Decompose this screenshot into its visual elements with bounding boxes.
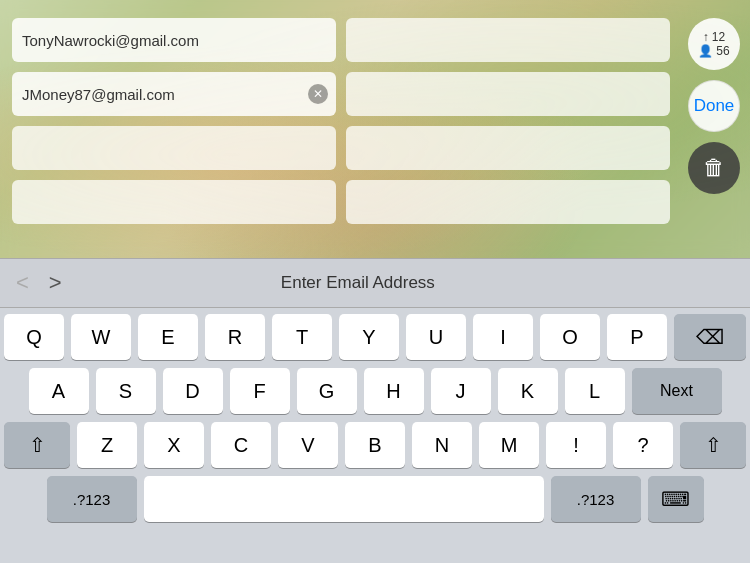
email-field-1-value: TonyNawrocki@gmail.com <box>22 32 199 49</box>
key-z[interactable]: Z <box>77 422 137 468</box>
key-question[interactable]: ? <box>613 422 673 468</box>
key-s[interactable]: S <box>96 368 156 414</box>
key-y[interactable]: Y <box>339 314 399 360</box>
forward-arrow[interactable]: > <box>49 270 62 296</box>
key-c[interactable]: C <box>211 422 271 468</box>
key-excl[interactable]: ! <box>546 422 606 468</box>
key-a[interactable]: A <box>29 368 89 414</box>
key-n[interactable]: N <box>412 422 472 468</box>
next-key[interactable]: Next <box>632 368 722 414</box>
key-r[interactable]: R <box>205 314 265 360</box>
email-field-1[interactable]: TonyNawrocki@gmail.com <box>12 18 336 62</box>
nav-arrows: < > <box>16 270 62 296</box>
key-l[interactable]: L <box>565 368 625 414</box>
key-m[interactable]: M <box>479 422 539 468</box>
people-count: 56 <box>716 44 729 58</box>
key-b[interactable]: B <box>345 422 405 468</box>
form-background: TonyNawrocki@gmail.com JMoney87@gmail.co… <box>0 0 750 258</box>
people-count-row: 👤 56 <box>698 44 729 58</box>
key-g[interactable]: G <box>297 368 357 414</box>
trash-button[interactable]: 🗑 <box>688 142 740 194</box>
keyboard-section: < > Enter Email Address Q W E R T Y U I … <box>0 258 750 563</box>
done-button[interactable]: Done <box>688 80 740 132</box>
shift-right-key[interactable]: ⇧ <box>680 422 746 468</box>
counter-badge: ↑ 12 👤 56 <box>688 18 740 70</box>
key-e[interactable]: E <box>138 314 198 360</box>
key-k[interactable]: K <box>498 368 558 414</box>
key-w[interactable]: W <box>71 314 131 360</box>
key-row-2: A S D F G H J K L Next <box>4 368 746 414</box>
email-field-2[interactable]: JMoney87@gmail.com ✕ <box>12 72 336 116</box>
key-row-4: .?123 .?123 ⌨ <box>4 476 746 522</box>
keyboard-rows: Q W E R T Y U I O P ⌫ A S D F G H J K L … <box>0 308 750 522</box>
toolbar-title: Enter Email Address <box>62 273 654 293</box>
numbers-left-key[interactable]: .?123 <box>47 476 137 522</box>
side-buttons: ↑ 12 👤 56 Done 🗑 <box>688 18 740 194</box>
done-label: Done <box>694 96 735 116</box>
key-v[interactable]: V <box>278 422 338 468</box>
numbers-right-key[interactable]: .?123 <box>551 476 641 522</box>
key-j[interactable]: J <box>431 368 491 414</box>
upload-icon: ↑ <box>703 30 709 44</box>
upload-count: 12 <box>712 30 725 44</box>
key-i[interactable]: I <box>473 314 533 360</box>
field-1b[interactable] <box>346 18 670 62</box>
field-3b[interactable] <box>346 126 670 170</box>
key-x[interactable]: X <box>144 422 204 468</box>
keyboard-icon-key[interactable]: ⌨ <box>648 476 704 522</box>
key-d[interactable]: D <box>163 368 223 414</box>
key-p[interactable]: P <box>607 314 667 360</box>
keyboard-toolbar: < > Enter Email Address <box>0 258 750 308</box>
email-field-2-value: JMoney87@gmail.com <box>22 86 175 103</box>
key-t[interactable]: T <box>272 314 332 360</box>
clear-button[interactable]: ✕ <box>308 84 328 104</box>
key-f[interactable]: F <box>230 368 290 414</box>
key-row-1: Q W E R T Y U I O P ⌫ <box>4 314 746 360</box>
back-arrow[interactable]: < <box>16 270 29 296</box>
field-2b[interactable] <box>346 72 670 116</box>
people-icon: 👤 <box>698 44 713 58</box>
key-u[interactable]: U <box>406 314 466 360</box>
key-q[interactable]: Q <box>4 314 64 360</box>
field-4b[interactable] <box>346 180 670 224</box>
key-o[interactable]: O <box>540 314 600 360</box>
shift-left-key[interactable]: ⇧ <box>4 422 70 468</box>
trash-icon: 🗑 <box>703 155 725 181</box>
key-h[interactable]: H <box>364 368 424 414</box>
field-3a[interactable] <box>12 126 336 170</box>
space-key[interactable] <box>144 476 544 522</box>
fields-container: TonyNawrocki@gmail.com JMoney87@gmail.co… <box>12 18 670 224</box>
key-row-3: ⇧ Z X C V B N M ! ? ⇧ <box>4 422 746 468</box>
field-4a[interactable] <box>12 180 336 224</box>
backspace-key[interactable]: ⌫ <box>674 314 746 360</box>
upload-count-row: ↑ 12 <box>703 30 725 44</box>
